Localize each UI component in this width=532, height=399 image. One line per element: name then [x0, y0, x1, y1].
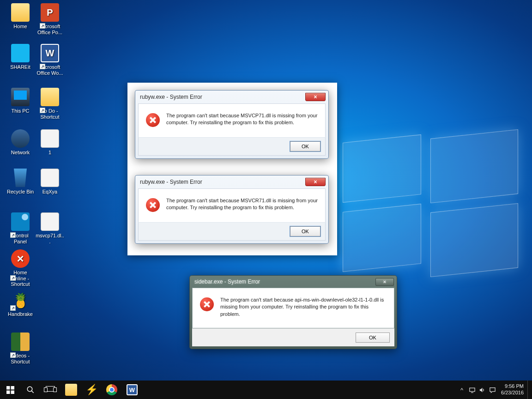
ok-button[interactable]: OK — [290, 141, 320, 151]
desktop-icon-homeo[interactable]: ×↗Home Online - Shortcut — [6, 249, 35, 287]
task-view-button[interactable] — [41, 381, 61, 399]
show-desktop-button[interactable] — [527, 381, 530, 399]
shortcut-arrow-icon: ↗ — [40, 23, 45, 29]
ppt-icon: P — [41, 3, 59, 22]
svg-rect-2 — [6, 390, 10, 393]
svg-rect-1 — [11, 386, 14, 389]
shortcut-arrow-icon: ↗ — [10, 232, 16, 238]
error-dialog-0: rubyw.exe - System Error×The program can… — [135, 90, 329, 159]
tray-volume-icon[interactable] — [477, 381, 487, 399]
error-icon — [146, 198, 160, 212]
close-button[interactable]: × — [305, 93, 326, 101]
vid-icon — [11, 332, 30, 351]
desktop-icon-label: Network — [6, 150, 35, 156]
bin-icon — [11, 169, 30, 187]
ok-button[interactable]: OK — [356, 332, 390, 343]
dialog-titlebar[interactable]: rubyw.exe - System Error× — [135, 175, 328, 188]
taskbar: ⚡ W ^ 9:56 PM 6/23/2016 — [0, 381, 532, 399]
error-dialog-1: rubyw.exe - System Error×The program can… — [135, 175, 329, 244]
shortcut-arrow-icon: ↗ — [10, 275, 16, 281]
dialog-title: sidebar.exe - System Error — [194, 278, 375, 285]
close-button[interactable]: × — [375, 278, 394, 286]
taskbar-clock[interactable]: 9:56 PM 6/23/2016 — [497, 383, 527, 396]
desktop-icon-net[interactable]: Network — [6, 129, 35, 156]
desktop-icon-vid[interactable]: ↗Videos - Shortcut — [6, 332, 35, 364]
one-icon — [41, 129, 59, 148]
homeo-icon: × — [11, 249, 30, 268]
svg-marker-8 — [479, 387, 482, 392]
shareit-icon — [11, 44, 30, 62]
desktop-icon-label: Home — [6, 24, 35, 30]
start-button[interactable] — [0, 381, 20, 399]
svg-point-4 — [27, 387, 32, 392]
todo-icon — [41, 88, 59, 106]
svg-line-5 — [31, 391, 34, 393]
dialog-titlebar[interactable]: sidebar.exe - System Error× — [190, 276, 397, 288]
desktop-icon-label: 1 — [35, 150, 65, 156]
taskbar-app-word[interactable]: W — [122, 381, 142, 399]
desktop-icon-hb[interactable]: 🍍↗Handbrake — [6, 291, 35, 317]
dialog-message: The program can't start because MSVCP71.… — [166, 112, 318, 127]
taskbar-date: 6/23/2016 — [501, 390, 524, 396]
net-icon — [11, 129, 30, 148]
desktop-icon-one[interactable]: 1 — [35, 129, 65, 156]
shortcut-arrow-icon: ↗ — [40, 64, 45, 69]
dialog-title: rubyw.exe - System Error — [140, 94, 305, 100]
dialog-title: rubyw.exe - System Error — [140, 179, 305, 185]
desktop-icon-home[interactable]: Home — [6, 3, 35, 30]
shortcut-arrow-icon: ↗ — [10, 305, 16, 311]
desktop-icon-label: SHAREit — [6, 64, 35, 70]
shortcut-arrow-icon: ↗ — [10, 352, 16, 358]
close-button[interactable]: × — [305, 178, 326, 186]
dll-icon — [41, 212, 59, 231]
shortcut-arrow-icon: ↗ — [40, 108, 45, 113]
dialog-titlebar[interactable]: rubyw.exe - System Error× — [135, 91, 328, 103]
word-icon: W — [41, 44, 59, 62]
tray-network-icon[interactable] — [467, 381, 477, 399]
eqxya-icon — [41, 169, 59, 187]
desktop-icon-shareit[interactable]: SHAREit — [6, 44, 35, 70]
svg-rect-0 — [6, 386, 10, 389]
svg-rect-6 — [469, 388, 474, 392]
desktop-icon-pc[interactable]: This PC — [6, 88, 35, 114]
desktop-icon-todo[interactable]: ↗To Do - Shortcut — [35, 88, 65, 120]
search-button[interactable] — [20, 381, 41, 399]
home-icon — [11, 3, 30, 22]
pc-icon — [11, 88, 30, 106]
svg-rect-3 — [11, 390, 14, 393]
desktop-icon-label: Recycle Bin — [6, 189, 35, 195]
desktop-icon-label: EqXya — [35, 189, 65, 195]
desktop-icon-ppt[interactable]: P↗Microsoft Office Po... — [35, 3, 65, 35]
taskbar-time: 9:56 PM — [501, 383, 524, 390]
desktop-icon-label: msvcp71.dl... — [35, 233, 65, 244]
taskbar-app-chrome[interactable] — [102, 381, 122, 399]
ok-button[interactable]: OK — [290, 226, 320, 236]
desktop-icon-word[interactable]: W↗Microsoft Office Wo... — [35, 44, 65, 76]
desktop-icon-dll[interactable]: msvcp71.dl... — [35, 212, 65, 244]
error-dialog-2: sidebar.exe - System Error×The program c… — [189, 275, 397, 349]
tray-overflow-icon[interactable]: ^ — [457, 381, 467, 399]
desktop-icon-bin[interactable]: Recycle Bin — [6, 169, 35, 195]
tray-action-center-icon[interactable] — [487, 381, 497, 399]
dialog-message: The program can't start because api-ms-w… — [220, 296, 387, 318]
error-icon — [200, 297, 214, 311]
desktop-icon-eqxya[interactable]: EqXya — [35, 169, 65, 195]
desktop-icon-cp[interactable]: ↗Control Panel — [6, 212, 35, 244]
taskbar-app-file-explorer[interactable] — [61, 381, 81, 399]
desktop-icon-label: Handbrake — [6, 311, 35, 317]
desktop-icon-label: This PC — [6, 108, 35, 114]
taskbar-app-winamp[interactable]: ⚡ — [81, 381, 102, 399]
dialog-message: The program can't start because MSVCR71.… — [166, 197, 318, 212]
cp-icon — [11, 212, 30, 231]
error-icon — [146, 113, 160, 127]
